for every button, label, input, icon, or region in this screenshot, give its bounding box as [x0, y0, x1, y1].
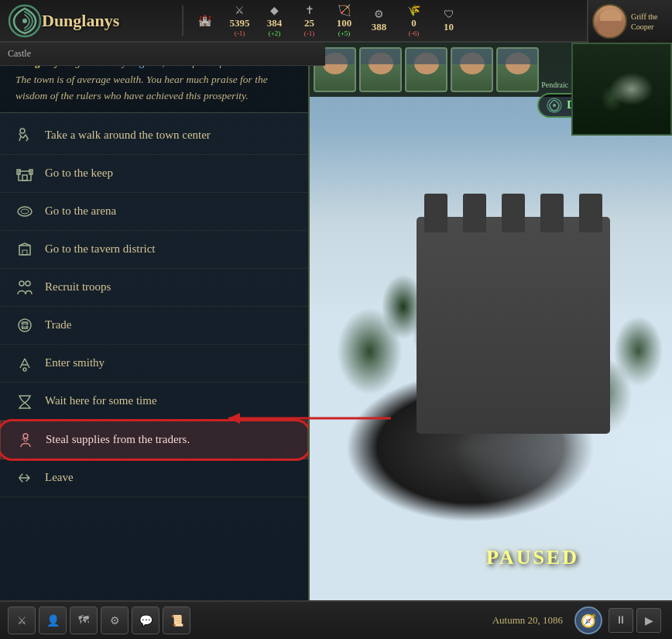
arrows-value: 100 [337, 17, 352, 29]
gold-delta: (+2) [269, 29, 281, 37]
char-name-label: Griff the Cooper [631, 12, 668, 32]
castle-tab-label: Castle [8, 48, 31, 60]
left-panel: Dunglanys is governed by Ergeon , a chie… [0, 43, 310, 639]
menu-item-trade[interactable]: Trade [0, 307, 308, 345]
hud-stat-shield: 🛡 10 [431, 9, 466, 33]
menu-item-smithy[interactable]: Enter smithy [0, 345, 308, 383]
menu-item-keep[interactable]: Go to the keep [0, 155, 308, 193]
menu-item-walk[interactable]: Take a walk around the town center [0, 117, 308, 155]
bottom-btn-inventory[interactable]: ⚔ [8, 606, 36, 634]
leave-label: Leave [45, 471, 74, 484]
menu-item-tavern[interactable]: Go to the tavern district [0, 231, 308, 269]
char-avatar-5[interactable] [496, 47, 539, 92]
svg-point-9 [18, 207, 32, 216]
town-title: Dunglanys [42, 11, 119, 31]
hud-stat-arrows: 🏹 100 (+5) [327, 4, 362, 37]
char-row [310, 43, 571, 97]
hud-castle: 🏰 [187, 14, 222, 27]
bottom-btn-clan[interactable]: ⚙ [101, 606, 129, 634]
hud-stat-troops: ⚔ 5395 (-1) [222, 4, 257, 37]
inf-value: 388 [372, 21, 387, 33]
hud-stat-inf: ⚙ 388 [362, 8, 396, 33]
minimap-content [573, 44, 670, 134]
menu-item-leave[interactable]: Leave [0, 459, 308, 497]
menu-item-wait[interactable]: Wait here for some time [0, 383, 308, 421]
menu-list: Take a walk around the town center Go to… [0, 113, 308, 639]
troops-icon: ⚔ [235, 4, 245, 17]
date-display: Autumn 20, 1086 [492, 614, 563, 627]
walk-icon [14, 125, 36, 146]
minimap[interactable] [571, 43, 672, 136]
pause-button[interactable]: ⏸ [609, 608, 633, 633]
hud-stat-gold: ◆ 384 (+2) [257, 4, 292, 37]
menu-item-recruit[interactable]: Recruit troops [0, 269, 308, 307]
tavern-icon [14, 239, 36, 260]
smithy-label: Enter smithy [45, 356, 105, 369]
tavern-label: Go to the tavern district [45, 242, 155, 256]
game-logo-icon [8, 4, 42, 38]
hud-divider-1 [182, 5, 183, 36]
svg-point-3 [553, 104, 556, 107]
troops-value: 5395 [230, 17, 250, 29]
char-avatar-4[interactable] [451, 47, 493, 92]
wait-label: Wait here for some time [45, 394, 157, 407]
play-button[interactable]: ▶ [636, 608, 661, 633]
gold-icon: ◆ [270, 4, 279, 17]
svg-point-10 [21, 209, 29, 214]
bottom-btn-quest[interactable]: 📜 [163, 606, 190, 634]
walk-label: Take a walk around the town center [45, 129, 211, 142]
troops-delta: (-1) [235, 29, 245, 37]
hud-stat-grain: 🌾 0 (-6) [396, 4, 431, 37]
second-hud: Castle [0, 43, 325, 66]
svg-point-4 [20, 129, 25, 133]
menu-item-arena[interactable]: Go to the arena [0, 193, 308, 231]
portrait-face [592, 4, 627, 39]
svg-rect-8 [22, 175, 27, 180]
svg-point-14 [19, 319, 31, 332]
svg-point-12 [19, 281, 24, 286]
food-value: 25 [304, 17, 314, 29]
town-map-region: Pendraic [541, 81, 568, 89]
bottom-btn-map[interactable]: 🗺 [70, 606, 98, 634]
compass-button[interactable]: 🧭 [574, 606, 602, 634]
castle-structure [417, 217, 610, 434]
inf-icon: ⚙ [374, 8, 384, 21]
steal-label: Steal supplies from the traders. [46, 433, 190, 446]
gold-value: 384 [267, 17, 283, 29]
paused-text: PAUSED [486, 546, 579, 569]
town-name-section: Dunglanys [0, 4, 178, 38]
arena-icon [14, 201, 36, 222]
svg-point-1 [22, 19, 27, 23]
arena-label: Go to the arena [45, 204, 116, 218]
leave-icon [14, 467, 36, 489]
character-portrait[interactable]: Griff the Cooper [587, 0, 672, 43]
keep-icon [14, 163, 36, 184]
svg-point-13 [26, 281, 30, 286]
arrows-icon: 🏹 [338, 4, 351, 17]
castle-icon: 🏰 [198, 14, 211, 27]
grain-value: 0 [411, 17, 417, 29]
bottom-btn-character[interactable]: 👤 [39, 606, 67, 634]
trade-label: Trade [45, 318, 71, 332]
grain-icon: 🌾 [407, 4, 420, 17]
trade-icon [14, 314, 36, 336]
shield-value: 10 [444, 21, 454, 33]
svg-point-15 [23, 368, 26, 371]
smithy-icon [14, 352, 36, 374]
menu-item-steal[interactable]: Steal supplies from the traders. [0, 421, 308, 459]
bottom-btn-msg[interactable]: 💬 [132, 606, 159, 634]
recruit-label: Recruit troops [45, 280, 111, 294]
char-avatar-3[interactable] [405, 47, 447, 92]
food-delta: (-1) [304, 29, 315, 37]
wait-icon [14, 390, 36, 412]
town-map-logo-icon [547, 98, 562, 113]
char-avatar-2[interactable] [359, 47, 402, 92]
svg-rect-11 [22, 250, 27, 255]
shield-icon: 🛡 [444, 9, 454, 21]
keep-label: Go to the keep [45, 167, 113, 180]
hud-stat-food: ✝ 25 (-1) [292, 4, 327, 37]
grain-delta: (-6) [409, 29, 420, 37]
top-hud: Dunglanys 🏰 ⚔ 5395 (-1) ◆ 384 (+2) ✝ 25 … [0, 0, 672, 43]
arrows-delta: (+5) [338, 29, 351, 37]
steal-icon [15, 429, 36, 451]
